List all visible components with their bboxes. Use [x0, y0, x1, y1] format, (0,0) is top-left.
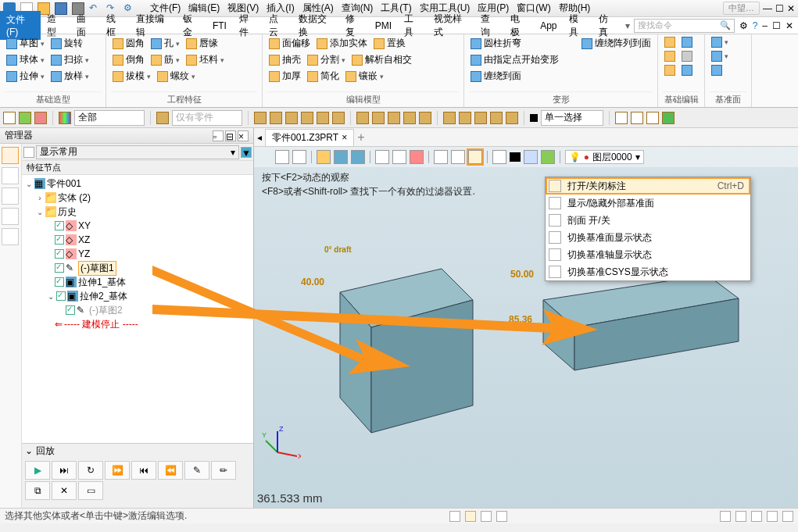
help-icon[interactable]: ? — [753, 20, 758, 31]
btn-pointdeform[interactable]: 由指定点开始变形 — [469, 52, 560, 67]
vb[interactable] — [334, 150, 348, 164]
tab-prev-icon[interactable]: ◂ — [257, 132, 262, 143]
tab-views-icon[interactable] — [2, 208, 19, 225]
t-ic[interactable] — [506, 112, 518, 124]
t-ic[interactable] — [285, 112, 298, 124]
t-ic[interactable] — [356, 112, 369, 124]
t-ic[interactable] — [332, 112, 345, 124]
t-ic[interactable] — [317, 112, 329, 124]
mi-toggle-dim[interactable]: 打开/关闭标注Ctrl+D — [546, 177, 750, 195]
close-icon[interactable]: ✕ — [787, 3, 795, 14]
pin-icon[interactable]: ⊟ — [225, 130, 236, 141]
btn-be4[interactable] — [680, 50, 694, 62]
add-icon[interactable] — [19, 112, 31, 124]
doc-tab[interactable]: 零件001.Z3PRT× — [265, 129, 354, 146]
btn-be2[interactable] — [680, 36, 694, 48]
btn-revolve[interactable]: 旋转 — [49, 36, 84, 51]
filter-select[interactable]: 仅有零件 — [172, 110, 242, 126]
btn-be6[interactable] — [680, 64, 694, 77]
lineweight-icon[interactable] — [510, 152, 521, 162]
t-ic[interactable] — [615, 112, 628, 124]
btn-wrapface[interactable]: 缠绕到面 — [469, 69, 523, 84]
btn-rib[interactable]: 筋▾ — [149, 52, 181, 67]
mi-toggle-extdatum[interactable]: 显示/隐藏外部基准面 — [546, 195, 750, 212]
vb[interactable] — [541, 150, 555, 164]
btn-chamfer[interactable]: 倒角 — [111, 52, 146, 67]
tab-layers-icon[interactable] — [2, 167, 19, 184]
t-ic[interactable] — [254, 112, 267, 124]
display-select[interactable]: 显示常用▾ — [36, 145, 239, 159]
tab-close-icon[interactable]: × — [342, 132, 347, 143]
panel-opts-icon[interactable]: ▫ — [213, 130, 224, 141]
win-min-icon[interactable]: – — [762, 20, 768, 31]
btn-cylbend[interactable]: 圆柱折弯 — [469, 36, 523, 51]
btn-split[interactable]: 分割▾ — [306, 52, 347, 67]
btn-replace[interactable]: 置换 — [372, 36, 407, 51]
info-button[interactable]: ▭ — [78, 481, 103, 500]
settings-icon[interactable]: ⚙ — [739, 20, 748, 31]
play-icon[interactable] — [662, 112, 675, 124]
tab-feature-icon[interactable] — [2, 147, 19, 164]
vb[interactable] — [392, 150, 406, 164]
tab-add-icon[interactable]: + — [357, 130, 364, 145]
t-ic[interactable] — [631, 112, 643, 124]
selmode-select[interactable]: 单一选择 — [541, 110, 603, 126]
btn-stock[interactable]: 坯料▾ — [184, 52, 226, 67]
prev-button[interactable]: ⏮ — [131, 461, 156, 480]
filter-funnel-icon[interactable]: ▼ — [241, 147, 252, 158]
filter-icon[interactable] — [156, 112, 169, 124]
solid-body-1[interactable] — [301, 245, 488, 448]
t-ic[interactable] — [490, 112, 503, 124]
btn-draft[interactable]: 拔模▾ — [111, 69, 152, 84]
vb[interactable] — [451, 150, 465, 164]
win-close-icon[interactable]: ✕ — [785, 20, 793, 31]
t-ic[interactable] — [388, 112, 400, 124]
btn-emboss[interactable]: 镶嵌▾ — [344, 69, 385, 84]
btn-faceoffset[interactable]: 面偏移 — [267, 36, 312, 51]
btn-sketch[interactable]: 草图▾ — [5, 36, 46, 51]
edit-button[interactable]: ✎ — [184, 461, 209, 480]
t-ic[interactable] — [372, 112, 385, 124]
btn-fillet[interactable]: 圆角 — [111, 36, 146, 51]
cursor-icon[interactable] — [3, 112, 16, 124]
sb-icon[interactable] — [782, 511, 793, 522]
t-ic[interactable] — [459, 112, 471, 124]
layer-select[interactable]: 💡●图层0000▾ — [565, 150, 644, 164]
sb-icon[interactable] — [449, 511, 460, 522]
sb-icon[interactable] — [496, 511, 507, 522]
t-ic[interactable] — [301, 112, 313, 124]
t-ic[interactable] — [474, 112, 487, 124]
vb[interactable] — [292, 150, 306, 164]
btn-be5[interactable] — [663, 64, 677, 77]
ff-button[interactable]: ⏩ — [105, 461, 130, 480]
btn-sphere[interactable]: 球体▾ — [5, 52, 46, 67]
t-ic[interactable] — [270, 112, 282, 124]
delete-button[interactable]: ✕ — [52, 481, 77, 500]
sb-icon[interactable] — [465, 511, 476, 522]
btn-hole[interactable]: 孔▾ — [149, 36, 181, 51]
btn-thicken[interactable]: 加厚 — [267, 69, 302, 84]
btn-be1[interactable] — [663, 36, 677, 48]
minimize-icon[interactable]: — — [763, 3, 772, 14]
tab-app[interactable]: App — [534, 18, 563, 34]
mi-toggle-csys[interactable]: 切换基准CSYS显示状态 — [546, 263, 750, 280]
vb[interactable] — [524, 150, 538, 164]
vb[interactable] — [492, 150, 506, 164]
dup-button[interactable]: ⧉ — [25, 481, 50, 500]
sb-icon[interactable] — [481, 511, 492, 522]
vb[interactable] — [410, 150, 424, 164]
mi-toggle-axis[interactable]: 切换基准轴显示状态 — [546, 246, 750, 263]
loop-button[interactable]: ↻ — [78, 461, 103, 480]
color-icon[interactable] — [59, 112, 71, 124]
play-button[interactable]: ▶ — [25, 461, 50, 480]
btn-simplify[interactable]: 简化 — [306, 69, 341, 84]
btn-datum2[interactable]: ▾ — [710, 50, 730, 62]
command-search[interactable]: 搜找命令🔍 — [634, 19, 735, 33]
btn-shell[interactable]: 抽壳 — [267, 52, 302, 67]
tab-more-icon[interactable]: ▾ — [622, 20, 633, 31]
t-ic[interactable] — [403, 112, 416, 124]
t-ic[interactable] — [646, 112, 659, 124]
vb[interactable] — [351, 150, 365, 164]
vb[interactable] — [434, 150, 448, 164]
t-ic[interactable] — [443, 112, 456, 124]
